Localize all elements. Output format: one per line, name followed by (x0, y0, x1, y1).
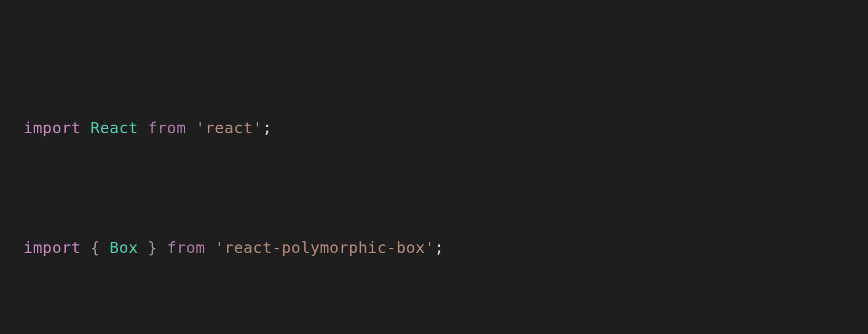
identifier-box: Box (109, 238, 138, 257)
identifier-react: React (90, 118, 138, 137)
keyword-from: from (167, 238, 205, 257)
string-literal: 'react' (195, 118, 262, 137)
semicolon: ; (435, 238, 444, 257)
code-line[interactable]: import { Box } from 'react-polymorphic-b… (0, 236, 868, 260)
semicolon: ; (262, 118, 272, 137)
brace-open: { (90, 238, 100, 257)
brace-close: } (148, 238, 157, 257)
keyword-import: import (23, 118, 81, 137)
keyword-from: from (148, 118, 186, 137)
code-line[interactable]: import React from 'react'; (0, 116, 868, 140)
code-editor[interactable]: import React from 'react'; import { Box … (0, 0, 868, 334)
string-literal: 'react-polymorphic-box' (215, 238, 435, 257)
keyword-import: import (23, 238, 81, 257)
